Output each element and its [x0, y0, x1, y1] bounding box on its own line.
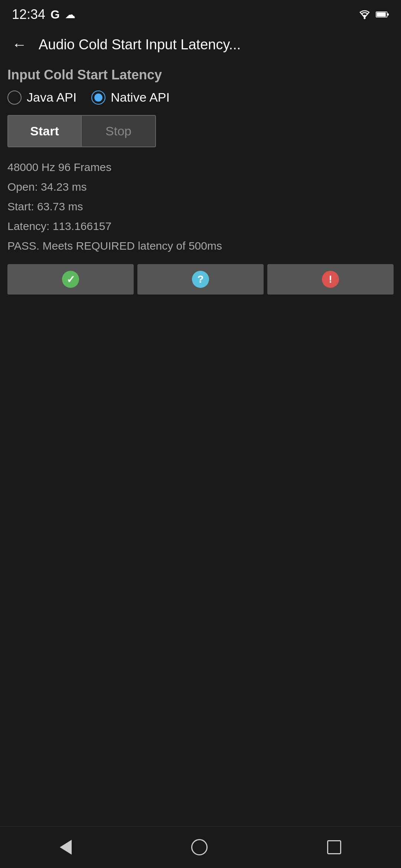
question-icon: ? — [192, 271, 209, 288]
stop-button[interactable]: Stop — [82, 115, 156, 147]
cloud-icon: ☁ — [65, 9, 75, 21]
back-arrow-icon: ← — [12, 36, 27, 53]
control-buttons: Start Stop — [7, 115, 394, 147]
bottom-nav — [0, 826, 401, 868]
result-line-hz: 48000 Hz 96 Frames — [7, 158, 394, 177]
battery-icon — [376, 9, 389, 20]
svg-rect-3 — [387, 13, 389, 15]
native-api-radio-inner — [94, 93, 102, 102]
main-content: Input Cold Start Latency Java API Native… — [0, 63, 401, 826]
java-api-radio-circle[interactable] — [7, 91, 22, 105]
status-buttons: ✓ ? ! — [7, 264, 394, 295]
google-icon: G — [50, 8, 60, 22]
nav-home-button[interactable] — [176, 835, 222, 859]
page-title: Audio Cold Start Input Latency... — [39, 37, 241, 53]
warning-icon: ! — [322, 271, 339, 288]
top-bar: ← Audio Cold Start Input Latency... — [0, 26, 401, 63]
nav-recents-button[interactable] — [312, 836, 356, 858]
svg-rect-2 — [377, 13, 386, 17]
nav-home-icon — [191, 839, 208, 855]
java-api-option[interactable]: Java API — [7, 90, 76, 105]
status-left: 12:34 G ☁ — [12, 7, 75, 22]
wifi-icon — [358, 9, 371, 20]
status-bar: 12:34 G ☁ — [0, 0, 401, 26]
back-button[interactable]: ← — [9, 33, 30, 56]
status-time: 12:34 — [12, 7, 45, 22]
section-title: Input Cold Start Latency — [7, 67, 394, 83]
start-button[interactable]: Start — [7, 115, 82, 147]
result-line-latency: Latency: 113.166157 — [7, 217, 394, 236]
warning-status-button[interactable]: ! — [267, 264, 394, 295]
pass-status-button[interactable]: ✓ — [7, 264, 134, 295]
native-api-option[interactable]: Native API — [91, 90, 170, 105]
result-line-open: Open: 34.23 ms — [7, 177, 394, 196]
question-status-button[interactable]: ? — [137, 264, 264, 295]
nav-back-button[interactable] — [45, 836, 87, 858]
nav-back-icon — [60, 840, 72, 855]
result-line-start: Start: 63.73 ms — [7, 197, 394, 216]
status-right — [358, 9, 389, 20]
nav-recents-icon — [327, 840, 341, 854]
result-line-pass: PASS. Meets REQUIRED latency of 500ms — [7, 236, 394, 255]
java-api-label: Java API — [27, 90, 76, 105]
pass-icon: ✓ — [62, 271, 79, 288]
svg-point-0 — [364, 17, 366, 19]
native-api-radio-circle[interactable] — [91, 91, 105, 105]
result-text: 48000 Hz 96 Frames Open: 34.23 ms Start:… — [7, 158, 394, 255]
native-api-label: Native API — [111, 90, 170, 105]
api-radio-group: Java API Native API — [7, 90, 394, 105]
